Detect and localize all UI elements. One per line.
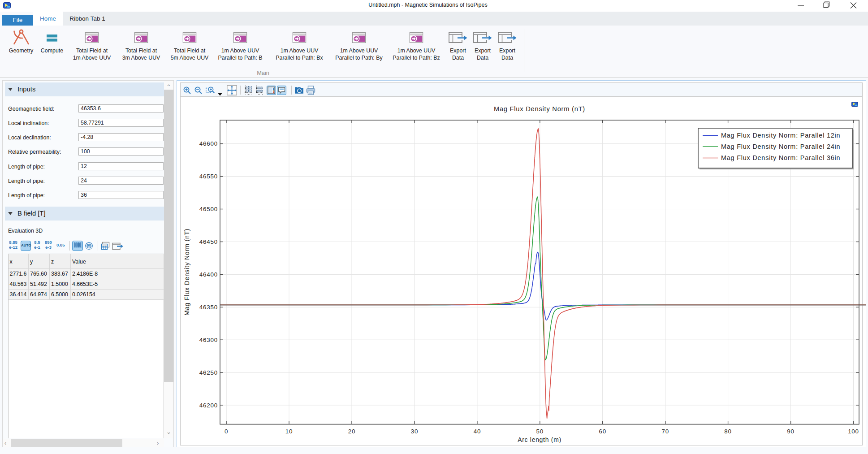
- svg-text:Mag Flux Density Norm: Paralle: Mag Flux Density Norm: Parallel 36in: [721, 154, 840, 161]
- svg-text:0: 0: [225, 428, 228, 435]
- svg-text:100: 100: [848, 428, 859, 435]
- svg-text:Mag Flux Density Norm: Paralle: Mag Flux Density Norm: Parallel 24in: [721, 143, 840, 150]
- svg-text:46350: 46350: [199, 304, 218, 311]
- svg-text:50: 50: [536, 428, 544, 435]
- svg-text:20: 20: [348, 428, 356, 435]
- svg-text:46550: 46550: [199, 173, 218, 180]
- svg-text:40: 40: [474, 428, 481, 435]
- svg-text:Arc length (m): Arc length (m): [518, 436, 561, 443]
- svg-text:46450: 46450: [199, 238, 218, 245]
- svg-text:46400: 46400: [199, 271, 218, 278]
- svg-text:80: 80: [724, 428, 732, 435]
- svg-text:60: 60: [599, 428, 606, 435]
- svg-text:46300: 46300: [199, 337, 218, 343]
- svg-text:46250: 46250: [199, 369, 218, 376]
- svg-text:70: 70: [661, 428, 669, 435]
- svg-text:46500: 46500: [199, 206, 218, 212]
- svg-text:30: 30: [411, 428, 419, 435]
- svg-text:46200: 46200: [199, 402, 218, 409]
- svg-text:Mag Flux Density Norm (nT): Mag Flux Density Norm (nT): [183, 229, 190, 316]
- svg-text:Mag Flux Density Norm: Paralle: Mag Flux Density Norm: Parallel 12in: [721, 132, 840, 139]
- svg-text:10: 10: [285, 428, 293, 435]
- svg-text:46600: 46600: [199, 140, 218, 147]
- svg-text:90: 90: [787, 428, 795, 435]
- svg-text:Mag Flux Density Norm (nT): Mag Flux Density Norm (nT): [494, 105, 585, 112]
